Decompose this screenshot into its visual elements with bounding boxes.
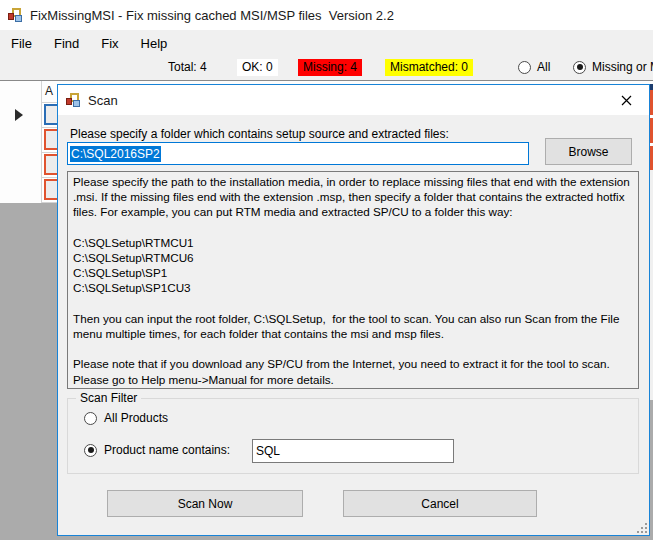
resize-grip[interactable] [637, 523, 647, 533]
product-name-label: Product name contains: [104, 443, 230, 457]
cancel-button[interactable]: Cancel [343, 490, 537, 517]
filter-all-label: All [537, 60, 550, 74]
radio-checked-icon[interactable] [573, 61, 586, 74]
grid-row-selector[interactable] [0, 103, 42, 128]
folder-path-input[interactable]: C:\SQL2016SP2 [67, 142, 529, 165]
filter-all-radio[interactable]: All [518, 60, 550, 74]
main-window-title: FixMissingMSI - Fix missing cached MSI/M… [30, 8, 394, 23]
scan-filter-group-label: Scan Filter [76, 391, 141, 405]
radio-unchecked-icon[interactable] [518, 61, 531, 74]
scan-now-button[interactable]: Scan Now [107, 490, 303, 517]
grid-row-selector[interactable] [0, 153, 42, 178]
menu-item-find[interactable]: Find [43, 30, 90, 56]
menu-item-file[interactable]: File [0, 30, 43, 56]
scan-dialog-icon [66, 92, 82, 108]
close-icon[interactable] [604, 85, 649, 115]
current-row-arrow-icon [15, 109, 23, 121]
scan-dialog-title: Scan [88, 93, 118, 108]
instructions-textbox[interactable]: Please specify the path to the installat… [67, 171, 639, 389]
scan-dialog: Scan Please specify a folder which conta… [57, 84, 650, 536]
ok-count-badge: OK: 0 [237, 59, 278, 76]
folder-label: Please specify a folder which contains s… [70, 127, 449, 141]
stats-bar: Total: 4 OK: 0 Missing: 4 Mismatched: 0 … [0, 56, 653, 80]
browse-button[interactable]: Browse [545, 138, 632, 165]
product-name-input[interactable] [252, 439, 454, 463]
radio-unchecked-icon[interactable] [84, 412, 97, 425]
missing-count-badge: Missing: 4 [298, 59, 362, 76]
all-products-label: All Products [104, 411, 168, 425]
folder-path-value: C:\SQL2016SP2 [70, 146, 161, 162]
filter-missing-label: Missing or M [592, 60, 653, 74]
menu-item-help[interactable]: Help [130, 30, 179, 56]
scan-dialog-titlebar[interactable]: Scan [58, 85, 649, 115]
grid-row-selector[interactable] [0, 128, 42, 153]
menu-bar: File Find Fix Help [0, 30, 653, 56]
menu-item-fix[interactable]: Fix [90, 30, 129, 56]
all-products-radio[interactable]: All Products [84, 411, 168, 425]
app-icon [8, 7, 24, 23]
radio-checked-icon[interactable] [84, 444, 97, 457]
mismatched-count-badge: Mismatched: 0 [385, 59, 473, 76]
total-count-label: Total: 4 [163, 59, 212, 76]
scan-filter-group: Scan Filter All Products Product name co… [67, 398, 639, 474]
main-window-titlebar: FixMissingMSI - Fix missing cached MSI/M… [0, 0, 653, 30]
grid-row-selector[interactable] [0, 178, 42, 203]
grid-column-header[interactable]: A [45, 84, 53, 98]
filter-missing-radio[interactable]: Missing or M [573, 60, 653, 74]
product-name-radio[interactable]: Product name contains: [84, 443, 230, 457]
grid-selector-header [0, 81, 42, 103]
